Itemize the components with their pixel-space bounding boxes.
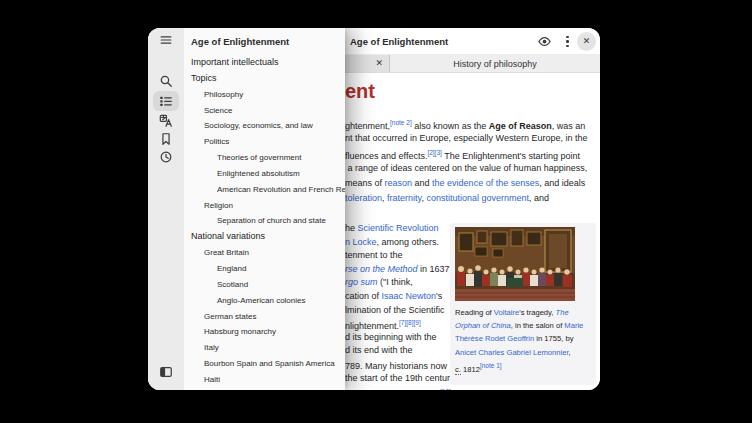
wiki-link[interactable]: [10]	[440, 388, 451, 390]
text-segment: 789. Many historians now	[345, 361, 447, 371]
wiki-link[interactable]: toleration	[345, 193, 382, 203]
flap-toggle-button[interactable]	[158, 364, 174, 380]
wiki-link[interactable]: reason	[385, 178, 413, 188]
wiki-link[interactable]: [2][3]	[427, 149, 441, 156]
wiki-link[interactable]: Scientific Revolution	[358, 223, 439, 233]
text-segment: d its beginning with the	[345, 332, 437, 342]
sidebar-overlay: Age of Enlightenment Important intellect…	[148, 28, 345, 390]
toc-item[interactable]: England	[184, 261, 345, 277]
article-text-line: nt that occurred in Europe, especially W…	[345, 131, 587, 145]
text-segment: 1812	[461, 365, 480, 374]
wiki-link[interactable]: Orphan of China	[455, 321, 511, 330]
wiki-link[interactable]: rse on the Method	[345, 264, 418, 274]
toc-item[interactable]: National variations	[184, 229, 345, 245]
languages-button[interactable]	[158, 113, 174, 129]
eye-icon	[537, 34, 552, 49]
toc-item[interactable]: Theories of government	[184, 150, 345, 166]
text-segment: in 1755, by	[534, 334, 573, 343]
text-segment: in 1637,	[418, 264, 453, 274]
wiki-link[interactable]: the evidence of the senses	[432, 178, 539, 188]
text-segment: cation of	[345, 291, 382, 301]
tab-history-of-philosophy[interactable]: History of philosophy	[390, 55, 600, 72]
toc-pane: Age of Enlightenment Important intellect…	[184, 28, 345, 390]
history-button[interactable]	[158, 149, 174, 165]
wiki-link[interactable]: Thérèse Rodet Geoffrin	[455, 334, 534, 343]
main-menu-button[interactable]	[558, 32, 577, 51]
article-figure[interactable]: Reading of Voltaire's tragedy, TheOrphan…	[450, 223, 596, 385]
toc-item[interactable]: Scotland	[184, 277, 345, 293]
text-segment: 's tragedy,	[519, 308, 555, 317]
toc-item[interactable]: Topics	[184, 71, 345, 87]
search-button[interactable]	[158, 73, 174, 89]
toc-item[interactable]: Bourbon Spain and Spanish America	[184, 356, 345, 372]
wiki-link[interactable]: Marie	[564, 321, 583, 330]
toc-item[interactable]: Italy	[184, 340, 345, 356]
wiki-link[interactable]: Isaac Newton	[382, 291, 437, 301]
article-text-line: n Locke, among others.	[345, 235, 439, 249]
toc-title: Age of Enlightenment	[191, 28, 289, 55]
article-text-line: toleration, fraternity, constitutional g…	[345, 191, 549, 205]
caption-line: Orphan of China, in the salon of Marie	[455, 319, 588, 332]
article-heading-fragment: ent	[345, 79, 375, 103]
toc-list: Important intellectualsTopicsPhilosophyS…	[184, 55, 345, 388]
figure-caption: Reading of Voltaire's tragedy, TheOrphan…	[450, 301, 596, 376]
caption-line: Reading of Voltaire's tragedy, The	[455, 306, 588, 319]
toc-visibility-button[interactable]	[535, 32, 554, 51]
text-segment: , in the salon of	[511, 321, 565, 330]
caption-line: c. 1812[note 1]	[455, 359, 588, 376]
text-segment: d its end with the	[345, 345, 413, 355]
kebab-menu-icon	[566, 36, 569, 48]
toc-item[interactable]: Religion	[184, 198, 345, 214]
close-icon: ✕	[583, 37, 591, 46]
text-segment: and	[412, 178, 432, 188]
toc-item[interactable]: Science	[184, 103, 345, 119]
text-segment: ghtenment,	[345, 121, 390, 131]
wiki-link[interactable]: [7][8][9]	[399, 319, 421, 326]
toc-item[interactable]: Anglo-American colonies	[184, 293, 345, 309]
caption-line: Thérèse Rodet Geoffrin in 1755, by	[455, 332, 588, 345]
article-text-line: means of reason and the evidence of the …	[345, 176, 585, 190]
bookmarks-button[interactable]	[158, 131, 174, 147]
article-text-line: cation of Isaac Newton's	[345, 289, 442, 303]
article-text-line: tenment to the	[345, 248, 403, 262]
wiki-link[interactable]: [note 2]	[390, 119, 412, 126]
text-segment: 's	[436, 291, 442, 301]
article-text-line: rse on the Method in 1637,	[345, 262, 452, 276]
tab-close-icon[interactable]: ✕	[375, 55, 383, 72]
toc-item[interactable]: Habsburg monarchy	[184, 324, 345, 340]
toc-item[interactable]: German states	[184, 309, 345, 325]
text-segment: , was an	[552, 121, 586, 131]
window-close-button[interactable]: ✕	[577, 32, 596, 51]
tab-inactive-label: History of philosophy	[453, 59, 537, 69]
translate-icon	[159, 114, 173, 128]
text-segment: fluences and effects.	[345, 151, 427, 161]
wiki-link[interactable]: n Locke	[345, 237, 377, 247]
clock-icon	[159, 150, 173, 164]
wiki-link[interactable]: rgo sum	[345, 277, 378, 287]
toc-item[interactable]: Politics	[184, 134, 345, 150]
text-segment: a range of ideas centered on the value o…	[345, 163, 587, 173]
toc-item[interactable]: Enlightened absolutism	[184, 166, 345, 182]
text-segment: tenment to the	[345, 250, 403, 260]
wiki-link[interactable]: Voltaire	[494, 308, 519, 317]
wiki-link[interactable]: Anicet Charles Gabriel Lemonnier	[455, 348, 569, 357]
wiki-link[interactable]: [note 1]	[480, 362, 502, 369]
wiki-link[interactable]: The	[556, 308, 569, 317]
toc-item[interactable]: Haiti	[184, 372, 345, 388]
toc-item[interactable]: Great Britain	[184, 245, 345, 261]
toc-item[interactable]: American Revolution and French Revolutio…	[184, 182, 345, 198]
sidebar-toggle-icon	[159, 365, 173, 379]
text-segment: he	[345, 223, 358, 233]
toc-item[interactable]: Separation of church and state	[184, 213, 345, 229]
toc-item[interactable]: Philosophy	[184, 87, 345, 103]
toc-button[interactable]	[158, 93, 174, 109]
toc-item[interactable]: Sociology, economics, and law	[184, 118, 345, 134]
text-segment: , and ideals	[539, 178, 585, 188]
article-text-line: d its beginning with the	[345, 330, 437, 344]
hamburger-menu-button[interactable]	[158, 32, 174, 48]
wiki-link[interactable]: fraternity	[387, 193, 421, 203]
toc-item[interactable]: Important intellectuals	[184, 55, 345, 71]
text-segment: Age of Reason	[489, 121, 552, 131]
search-icon	[159, 74, 173, 88]
wiki-link[interactable]: constitutional government	[426, 193, 529, 203]
